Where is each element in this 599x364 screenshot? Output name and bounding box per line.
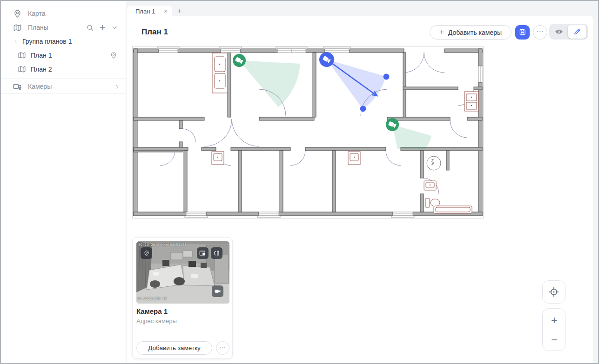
add-plan-icon[interactable] xyxy=(99,24,107,32)
app-window: Карта Планы Группа xyxy=(0,0,599,364)
camera-thumbnail[interactable]: 30-10-2012 Mon 04:54:21 DS-2CD2420F-IW xyxy=(136,241,229,304)
map-pin-icon xyxy=(13,9,22,18)
save-button[interactable] xyxy=(515,25,530,40)
sidebar-item-plan1[interactable]: План 1 xyxy=(1,48,126,62)
osd-timestamp: 30-10-2012 Mon 04:54:21 xyxy=(138,243,187,247)
tab-close-icon[interactable]: × xyxy=(164,8,168,14)
panorama-icon xyxy=(213,250,220,257)
ellipsis-icon: ⋯ xyxy=(220,344,226,351)
camera-card[interactable]: 30-10-2012 Mon 04:54:21 DS-2CD2420F-IW К… xyxy=(132,237,233,359)
shown-on-plan-pin-icon xyxy=(110,52,117,59)
ellipsis-icon: ⋯ xyxy=(537,27,544,36)
fov-handle[interactable] xyxy=(360,106,366,112)
more-options-button[interactable]: ⋯ xyxy=(533,25,547,40)
fov-handle[interactable] xyxy=(384,74,390,80)
zoom-out-button[interactable]: − xyxy=(543,329,566,351)
osd-camera-model: DS-2CD2420F-IW xyxy=(137,297,167,301)
sidebar-item-plan2[interactable]: План 2 xyxy=(1,62,126,76)
water-heater-label: WH xyxy=(431,159,435,165)
page-title: План 1 xyxy=(141,27,168,37)
chevron-down-icon[interactable] xyxy=(111,24,118,31)
zoom-in-button[interactable]: + xyxy=(543,310,566,331)
save-floppy-icon xyxy=(518,28,527,37)
sidebar-item-label: План 2 xyxy=(31,66,52,73)
view-edit-toggle xyxy=(549,24,588,40)
show-on-plan-button[interactable] xyxy=(141,247,152,259)
video-camera-icon xyxy=(214,288,221,295)
sidebar-item-label: Группа планов 1 xyxy=(22,38,72,45)
pip-icon xyxy=(199,250,206,257)
tab-label: План 1 xyxy=(135,8,155,15)
sidebar-item-label: Камеры xyxy=(28,83,52,90)
camera-address: Адрес камеры xyxy=(136,318,177,324)
sidebar-item-cameras[interactable]: Камеры xyxy=(1,79,126,93)
map-icon xyxy=(13,23,22,32)
divider xyxy=(1,79,126,79)
view-mode-button[interactable] xyxy=(549,27,569,36)
search-icon[interactable] xyxy=(86,24,94,32)
sidebar-item-plans[interactable]: Планы xyxy=(1,20,126,34)
eye-icon xyxy=(554,27,564,36)
video-stream-badge xyxy=(212,285,223,297)
sidebar-item-label: Карта xyxy=(28,10,45,17)
camera-name: Камера 1 xyxy=(136,307,168,315)
zoom-controls: + − xyxy=(542,308,565,351)
add-cameras-label: Добавить камеры xyxy=(448,29,502,36)
floor-plan[interactable]: WH xyxy=(132,46,484,218)
add-note-button[interactable]: Добавить заметку xyxy=(136,341,212,355)
sidebar-item-plan-group[interactable]: Группа планов 1 xyxy=(1,34,126,48)
sidebar-item-label: Планы xyxy=(28,24,48,31)
new-tab-button[interactable]: + xyxy=(175,7,184,16)
divider xyxy=(1,93,126,93)
add-cameras-button[interactable]: + Добавить камеры xyxy=(430,25,512,40)
view-mode-button-thumb[interactable] xyxy=(211,247,222,259)
map-icon xyxy=(18,65,26,73)
plus-icon: + xyxy=(439,27,444,37)
map-icon xyxy=(18,51,26,60)
locate-icon xyxy=(548,286,559,298)
open-in-window-button[interactable] xyxy=(197,247,209,259)
pencil-icon xyxy=(573,27,581,36)
chevron-right-icon[interactable] xyxy=(13,39,19,44)
pin-icon xyxy=(143,250,150,257)
chevron-right-icon[interactable] xyxy=(114,84,120,90)
edit-mode-button[interactable] xyxy=(568,25,586,39)
card-more-button[interactable]: ⋯ xyxy=(216,341,229,355)
center-plan-button[interactable] xyxy=(542,280,565,304)
sidebar-item-label: План 1 xyxy=(31,52,52,59)
sidebar: Карта Планы Группа xyxy=(1,1,126,363)
sidebar-item-map[interactable]: Карта xyxy=(1,7,126,20)
tab-plan1[interactable]: План 1 × xyxy=(127,6,172,17)
cameras-icon xyxy=(13,82,22,91)
